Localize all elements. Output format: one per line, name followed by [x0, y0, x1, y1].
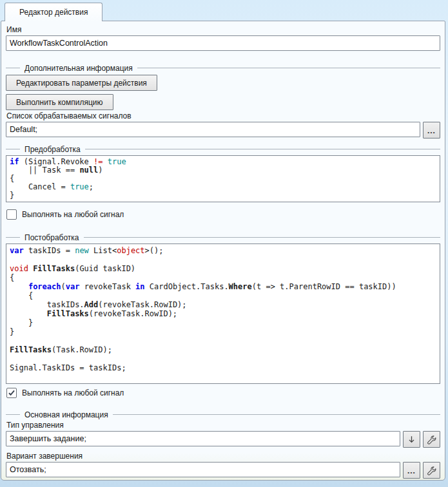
group-preprocessing: Предобработка: [6, 144, 440, 154]
separator-line: [137, 68, 440, 68]
signals-input[interactable]: [6, 122, 420, 137]
pre-any-signal-label: Выполнять на любой сигнал: [22, 210, 124, 219]
control-type-input[interactable]: [6, 431, 400, 446]
action-editor-window: Редактор действия Имя Дополнительная инф…: [0, 0, 448, 487]
tab-action-editor[interactable]: Редактор действия: [5, 3, 102, 21]
ellipsis-icon: …: [407, 466, 416, 475]
completion-variant-input[interactable]: [6, 462, 400, 477]
separator-line: [6, 68, 20, 68]
signals-browse-button[interactable]: …: [423, 122, 440, 138]
control-type-label: Тип управления: [6, 421, 440, 430]
post-any-signal-label: Выполнять на любой сигнал: [22, 388, 124, 397]
group-postprocessing-label: Постобработка: [24, 233, 79, 242]
group-postprocessing: Постобработка: [6, 233, 440, 242]
group-main-info: Основная информация: [6, 410, 440, 419]
name-label: Имя: [6, 25, 440, 35]
postprocessing-code-editor[interactable]: var taskIDs = new List<object>(); void F…: [6, 244, 440, 384]
separator-line: [84, 237, 440, 238]
separator-line: [6, 149, 20, 149]
control-type-field-row: [6, 431, 440, 448]
separator-line: [6, 237, 20, 238]
completion-variant-browse-button[interactable]: …: [403, 462, 420, 479]
group-main-info-label: Основная информация: [24, 410, 108, 419]
signals-field-row: …: [6, 122, 440, 138]
check-icon: [8, 389, 15, 397]
name-input[interactable]: [6, 35, 440, 51]
wrench-icon: [427, 435, 436, 444]
control-type-dropdown-button[interactable]: [403, 431, 420, 448]
completion-variant-wrench-button[interactable]: [423, 462, 440, 479]
preprocessing-code-editor[interactable]: if (Signal.Revoke != true || Task == nul…: [6, 155, 440, 202]
completion-variant-label: Вариант завершения: [6, 452, 440, 461]
compile-button[interactable]: Выполнить компиляцию: [6, 94, 113, 110]
completion-variant-field-row: …: [6, 462, 440, 479]
post-any-signal-checkbox[interactable]: [6, 388, 17, 398]
post-any-signal-checkbox-row: Выполнять на любой сигнал: [6, 388, 440, 398]
edit-params-button[interactable]: Редактировать параметры действия: [6, 75, 157, 91]
control-type-wrench-button[interactable]: [423, 431, 440, 448]
signals-label: Список обрабатываемых сигналов: [6, 111, 440, 121]
group-additional-info: Дополнительная информация: [6, 63, 440, 73]
group-preprocessing-label: Предобработка: [24, 145, 81, 154]
down-arrow-icon: [407, 435, 416, 444]
separator-line: [113, 414, 440, 415]
ellipsis-icon: …: [427, 126, 436, 135]
tab-label: Редактор действия: [19, 8, 88, 17]
wrench-icon: [427, 466, 436, 475]
editor-panel: Имя Дополнительная информация Редактиров…: [1, 21, 445, 481]
pre-any-signal-checkbox[interactable]: [6, 209, 17, 220]
separator-line: [6, 414, 20, 415]
group-additional-info-label: Дополнительная информация: [24, 64, 133, 73]
separator-line: [85, 149, 440, 149]
pre-any-signal-checkbox-row: Выполнять на любой сигнал: [6, 209, 440, 220]
